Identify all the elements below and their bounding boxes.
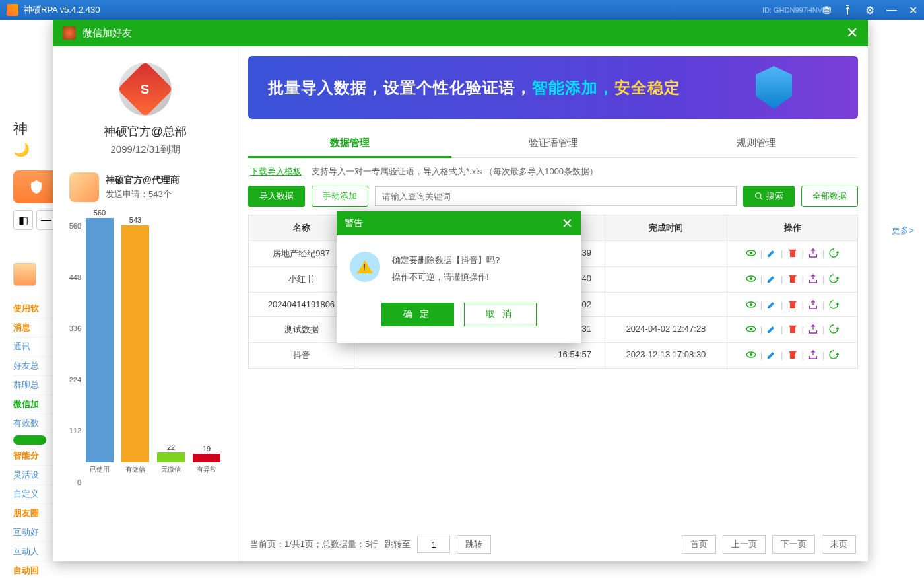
tab-data[interactable]: 数据管理 — [248, 129, 451, 157]
upload-icon[interactable]: ⭱ — [843, 4, 853, 17]
delete-icon[interactable] — [787, 248, 798, 258]
edit-icon[interactable] — [766, 273, 777, 284]
import-button[interactable]: 导入数据 — [248, 186, 305, 207]
edit-icon[interactable] — [766, 299, 777, 310]
download-template-link[interactable]: 下载导入模板 — [250, 166, 302, 176]
hint-row: 下载导入模板支持导入一对一专属验证语，导入格式为*.xls （每次最多导入100… — [238, 158, 868, 186]
db-icon[interactable]: ⛃ — [822, 4, 831, 17]
tab-rules[interactable]: 规则管理 — [655, 129, 858, 157]
more-link[interactable]: 更多> — [892, 225, 914, 236]
manual-add-button[interactable]: 手动添加 — [312, 186, 368, 207]
th-act: 操作 — [727, 215, 857, 240]
last-page-button[interactable]: 末页 — [822, 535, 856, 554]
view-icon[interactable] — [746, 324, 756, 334]
banner-t2: 智能添加， — [532, 79, 614, 96]
svg-point-0 — [756, 193, 761, 198]
edit-icon[interactable] — [766, 248, 777, 258]
agent-sent: 发送申请：543个 — [106, 188, 180, 200]
all-data-button[interactable]: 全部数据 — [801, 186, 858, 207]
svg-point-7 — [750, 303, 752, 306]
dialog-line1: 确定要删除数据【抖音】吗? — [392, 252, 500, 269]
data-toolbar: 导入数据 手动添加 搜索 全部数据 — [238, 186, 868, 215]
export-icon[interactable] — [808, 273, 818, 284]
dialog-ok-button[interactable]: 确 定 — [381, 303, 454, 326]
view-icon[interactable] — [746, 349, 756, 360]
jump-button[interactable]: 跳转 — [457, 535, 491, 554]
gear-icon[interactable]: ⚙ — [865, 4, 874, 17]
tab-bar: 数据管理 验证语管理 规则管理 — [248, 129, 858, 158]
svg-point-11 — [750, 353, 752, 356]
banner-t1: 批量导入数据，设置个性化验证语， — [268, 79, 532, 96]
user-expire: 2099/12/31到期 — [110, 143, 180, 156]
next-page-button[interactable]: 下一页 — [772, 535, 815, 554]
tool-3[interactable] — [13, 263, 36, 286]
chart-bar: 543有微信 — [121, 216, 149, 474]
svg-point-3 — [750, 252, 752, 254]
export-icon[interactable] — [808, 248, 818, 258]
app-logo-icon — [7, 4, 18, 16]
bg-title: 神硕RPA v5.4.2.430 — [24, 4, 742, 16]
refresh-icon[interactable] — [828, 349, 839, 360]
dialog-line2: 操作不可逆，请谨慎操作! — [392, 269, 500, 286]
dialog-close-icon[interactable]: ✕ — [562, 215, 573, 231]
bg-titlebar: 神硕RPA v5.4.2.430 ID: GHDN997HNV ⛃ ⭱ ⚙ — … — [0, 0, 924, 20]
modal-title: 微信加好友 — [82, 27, 846, 40]
close-icon[interactable]: ✕ — [909, 4, 917, 17]
pagination: 当前页：1/共1页；总数据量：5行 跳转至 跳转 首页 上一页 下一页 末页 — [238, 527, 868, 561]
jump-label: 跳转至 — [385, 538, 411, 550]
user-avatar: S — [119, 63, 172, 116]
warning-icon — [350, 252, 380, 282]
delete-icon[interactable] — [787, 273, 798, 284]
view-icon[interactable] — [746, 273, 756, 284]
chart-bar: 560已使用 — [86, 209, 114, 474]
modal-left-panel: S 神硕官方@总部 2099/12/31到期 神硕官方@代理商 发送申请：543… — [53, 46, 238, 561]
user-name: 神硕官方@总部 — [104, 124, 187, 139]
delete-icon[interactable] — [787, 299, 798, 310]
tool-1[interactable]: ◧ — [13, 210, 33, 230]
export-icon[interactable] — [808, 299, 818, 310]
tab-verify[interactable]: 验证语管理 — [451, 129, 655, 157]
chart-bar: 22无微信 — [157, 443, 185, 474]
edit-icon[interactable] — [766, 349, 777, 360]
refresh-icon[interactable] — [828, 248, 839, 258]
modal-close-icon[interactable]: ✕ — [846, 24, 858, 42]
modal-header: 微信加好友 ✕ — [53, 20, 868, 46]
feature-banner: 批量导入数据，设置个性化验证语，智能添加，安全稳定 — [248, 56, 858, 119]
table-row: 抖音16:54:572023-12-13 17:08:30|||| — [249, 342, 857, 368]
confirm-dialog: 警告 ✕ 确定要删除数据【抖音】吗? 操作不可逆，请谨慎操作! 确 定 取 消 — [337, 211, 581, 343]
export-icon[interactable] — [808, 349, 818, 360]
view-icon[interactable] — [746, 248, 756, 258]
th-ftime: 完成时间 — [605, 215, 727, 240]
search-input[interactable] — [375, 186, 737, 206]
export-icon[interactable] — [808, 324, 818, 334]
search-button-label: 搜索 — [766, 190, 783, 202]
refresh-icon[interactable] — [828, 273, 839, 284]
bg-nav-item[interactable]: 自动回 — [13, 561, 59, 578]
minimize-icon[interactable]: — — [886, 4, 897, 17]
dialog-cancel-button[interactable]: 取 消 — [464, 303, 537, 326]
banner-t3: 安全稳定 — [614, 79, 680, 96]
shield-icon — [756, 66, 792, 109]
first-page-button[interactable]: 首页 — [682, 535, 716, 554]
bg-id: ID: GHDN997HNV — [762, 6, 822, 14]
svg-point-5 — [750, 277, 752, 280]
svg-point-9 — [750, 328, 752, 330]
prev-page-button[interactable]: 上一页 — [723, 535, 766, 554]
page-info: 当前页：1/共1页；总数据量：5行 — [250, 538, 378, 550]
stats-chart: 5604483362241120 560已使用543有微信22无微信19有异常 — [63, 222, 228, 499]
view-icon[interactable] — [746, 299, 756, 310]
refresh-icon[interactable] — [828, 324, 839, 334]
refresh-icon[interactable] — [828, 299, 839, 310]
svg-line-1 — [760, 198, 763, 200]
delete-icon[interactable] — [787, 324, 798, 334]
agent-name: 神硕官方@代理商 — [106, 174, 180, 186]
chart-bar: 19有异常 — [193, 445, 220, 474]
jump-input[interactable] — [417, 536, 450, 553]
hint-text: 支持导入一对一专属验证语，导入格式为*.xls （每次最多导入1000条数据） — [312, 166, 598, 176]
window-controls: ⛃ ⭱ ⚙ — ✕ — [822, 4, 917, 17]
edit-icon[interactable] — [766, 324, 777, 334]
agent-icon — [69, 172, 99, 202]
delete-icon[interactable] — [787, 349, 798, 360]
dialog-title: 警告 — [345, 217, 562, 229]
search-button[interactable]: 搜索 — [743, 186, 795, 207]
